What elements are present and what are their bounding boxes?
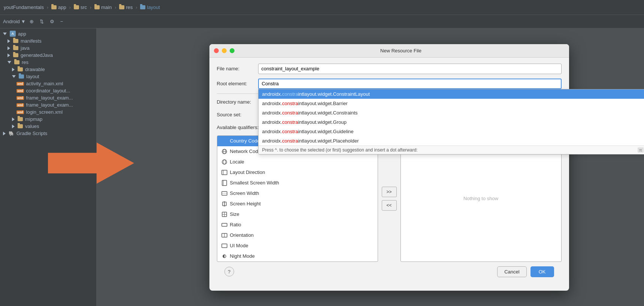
autocomplete-item-1[interactable]: androidx.constraintlayout.widget.Barrier [258, 99, 644, 108]
qualifier-layout-direction-label: Layout Direction [230, 169, 265, 175]
svg-rect-7 [222, 170, 227, 175]
folder-icon-manifests [13, 39, 18, 43]
country-code-icon [221, 138, 228, 144]
qualifier-smallest-screen-width[interactable]: Smallest Screen Width [217, 178, 378, 188]
folder-icon-layout-side [19, 74, 24, 79]
qualifier-ui-mode[interactable]: UI Mode [217, 241, 378, 251]
root-element-row: Root element: androidx.constraintlayout.… [217, 79, 562, 89]
arrow-container [97, 143, 134, 184]
autocomplete-item-0[interactable]: androidx.constraintlayout.widget.Constra… [258, 89, 644, 99]
add-qualifier-btn[interactable]: >> [382, 187, 397, 197]
qualifier-orientation[interactable]: Orientation [217, 230, 378, 241]
sidebar-item-generated[interactable]: generatedJava [0, 52, 96, 59]
sidebar-label-gradle: Gradle Scripts [16, 131, 47, 136]
sidebar-item-layout[interactable]: layout [0, 73, 96, 80]
qualifier-ratio[interactable]: Ratio [217, 220, 378, 230]
qualifier-screen-height-label: Screen Height [230, 201, 261, 206]
screen-width-icon [221, 190, 228, 197]
svg-rect-21 [222, 244, 227, 248]
sidebar-label-layout: layout [26, 74, 39, 79]
sidebar-item-manifests[interactable]: manifests [0, 37, 96, 45]
file-name-input[interactable] [258, 64, 562, 74]
sidebar-label-frame2: frame_layout_exam... [26, 102, 73, 108]
qualifier-screen-width[interactable]: Screen Width [217, 188, 378, 199]
sidebar-item-gradle[interactable]: 🐘 Gradle Scripts [0, 130, 96, 137]
sync-btn[interactable]: ⇅ [37, 18, 46, 25]
collapse-icon-values [12, 125, 15, 128]
autocomplete-item-3[interactable]: androidx.constraintlayout.widget.Group [258, 117, 644, 127]
breadcrumb-main[interactable]: main [94, 4, 112, 10]
sidebar-label-app: app [18, 31, 26, 37]
minimize-button[interactable] [222, 48, 227, 53]
sidebar-label-java: java [21, 45, 30, 51]
sidebar-item-activity-main[interactable]: xml activity_main.xml [0, 80, 96, 87]
footer-right: Cancel OK [497, 266, 554, 277]
qualifier-size[interactable]: Size [217, 209, 378, 220]
autocomplete-item-2[interactable]: androidx.constraintlayout.widget.Constra… [258, 108, 644, 117]
sidebar-item-values[interactable]: values [0, 123, 96, 130]
qualifier-network-code-label: Network Code [230, 149, 261, 154]
toolbar: Android ▼ ⊕ ⇅ ⚙ − [0, 15, 644, 28]
nothing-to-show-label: Nothing to show [463, 196, 498, 201]
maximize-button[interactable] [230, 48, 235, 53]
sidebar-item-res[interactable]: res [0, 59, 96, 66]
screen-height-icon [221, 201, 228, 207]
sidebar-item-mipmap[interactable]: mipmap [0, 116, 96, 123]
folder-icon-main [94, 5, 100, 9]
breadcrumb-src[interactable]: src [74, 4, 87, 10]
qualifier-country-code-label: Country Code [230, 138, 260, 144]
ok-button[interactable]: OK [530, 266, 554, 277]
qualifier-locale[interactable]: Locale [217, 157, 378, 167]
sidebar-item-drawable[interactable]: drawable [0, 66, 96, 73]
dialog-title: New Resource File [238, 48, 565, 53]
cancel-button[interactable]: Cancel [497, 266, 526, 277]
smallest-screen-width-icon [221, 180, 228, 186]
xml-icon-frame2: xml [16, 103, 24, 107]
autocomplete-dropdown: androidx.constraintlayout.widget.Constra… [258, 89, 644, 154]
xml-icon-login: xml [16, 110, 24, 114]
qualifier-layout-direction[interactable]: Layout Direction [217, 167, 378, 178]
file-name-label: File name: [217, 66, 254, 71]
sidebar-item-coordinator[interactable]: xml coordinator_layout... [0, 87, 96, 94]
pi-icon: π [638, 147, 644, 153]
breadcrumb-project[interactable]: youtFundamentals [4, 4, 44, 10]
dialog-footer: ? Cancel OK [217, 262, 562, 277]
size-icon [221, 211, 228, 218]
minus-btn[interactable]: − [58, 18, 66, 25]
close-button[interactable] [214, 48, 219, 53]
arrow-body [48, 153, 97, 174]
breadcrumb-layout[interactable]: layout [140, 4, 160, 10]
expand-icon-res [7, 61, 11, 64]
breadcrumb-app[interactable]: app [51, 4, 66, 10]
help-button[interactable]: ? [224, 267, 234, 276]
module-icon: A [10, 31, 16, 37]
qualifier-screen-width-label: Screen Width [230, 190, 259, 196]
svg-rect-18 [222, 223, 227, 226]
sidebar-item-frame1[interactable]: xml frame_layout_exam... [0, 94, 96, 101]
globe-btn[interactable]: ⊕ [27, 18, 36, 25]
autocomplete-item-5[interactable]: androidx.constraintlayout.widget.Placeho… [258, 136, 644, 146]
autocomplete-item-4[interactable]: androidx.constraintlayout.widget.Guideli… [258, 127, 644, 136]
folder-icon-mipmap [18, 117, 23, 121]
qualifier-smallest-screen-width-label: Smallest Screen Width [230, 180, 279, 186]
qualifier-locale-label: Locale [230, 159, 244, 165]
svg-rect-9 [222, 180, 227, 186]
gear-btn[interactable]: ⚙ [48, 18, 57, 25]
sidebar-item-app[interactable]: A app [0, 30, 96, 37]
collapse-icon-mipmap [12, 117, 15, 121]
breadcrumb-res[interactable]: res [119, 4, 133, 10]
sidebar-item-login[interactable]: xml login_screen.xml [0, 108, 96, 116]
qualifier-ui-mode-label: UI Mode [230, 243, 248, 248]
root-element-input[interactable] [258, 79, 562, 89]
ui-mode-icon [221, 242, 228, 249]
qualifier-size-label: Size [230, 211, 239, 217]
qualifier-night-mode[interactable]: Night Mode [217, 251, 378, 261]
sidebar-item-java[interactable]: java [0, 45, 96, 52]
sidebar-item-frame2[interactable]: xml frame_layout_exam... [0, 101, 96, 108]
remove-qualifier-btn[interactable]: << [382, 200, 397, 211]
sidebar-label-manifests: manifests [21, 38, 42, 44]
night-mode-icon [221, 253, 228, 260]
qualifier-screen-height[interactable]: Screen Height [217, 199, 378, 209]
android-dropdown[interactable]: Android ▼ [3, 19, 26, 24]
network-code-icon [221, 148, 228, 155]
